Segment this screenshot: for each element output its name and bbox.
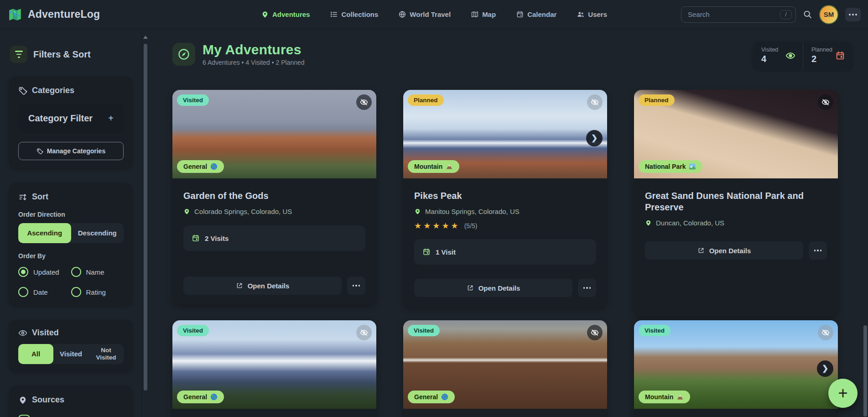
direction-descending[interactable]: Descending — [71, 223, 124, 243]
eye-icon — [785, 51, 795, 61]
add-adventure-button[interactable]: + — [828, 379, 858, 408]
calendar-icon — [516, 10, 524, 18]
open-details-button[interactable]: Open Details — [414, 279, 572, 297]
orderby-date[interactable]: Date — [18, 287, 71, 297]
nav-calendar[interactable]: Calendar — [516, 10, 556, 18]
brand[interactable]: AdventureLog — [7, 7, 100, 22]
nav-map[interactable]: Map — [471, 10, 496, 18]
calendar-icon — [192, 234, 200, 242]
adventure-card[interactable]: Visited General — [172, 320, 376, 417]
direction-ascending[interactable]: Ascending — [18, 223, 71, 243]
adventure-card[interactable]: Visited ❯ Mountain — [634, 320, 838, 417]
nav-users[interactable]: Users — [577, 10, 607, 18]
order-direction-label: Order Direction — [18, 211, 124, 218]
filter-icon — [10, 46, 27, 63]
visited-stat: Visited 4 — [753, 42, 803, 70]
search-shortcut-key: / — [780, 10, 792, 19]
eye-off-icon[interactable] — [356, 94, 372, 110]
nav-adventures[interactable]: Adventures — [261, 10, 310, 18]
status-badge: Visited — [177, 325, 209, 336]
eye-off-icon[interactable] — [356, 325, 372, 340]
globe-emoji-icon — [210, 163, 218, 170]
adventure-location: Duncan, Colorado, US — [645, 219, 827, 227]
category-filter-toggle[interactable]: Category Filter + — [18, 104, 124, 133]
eye-off-icon[interactable] — [587, 94, 603, 110]
adventure-card[interactable]: Visited General — [403, 320, 607, 417]
pin-icon — [414, 208, 421, 215]
next-image-chevron[interactable]: ❯ — [817, 360, 833, 377]
visited-filter-toggle: All Visited Not Visited — [18, 344, 124, 364]
more-options-button[interactable] — [809, 241, 827, 260]
eye-off-icon[interactable] — [587, 325, 603, 340]
scrollbar-up-arrow[interactable] — [143, 36, 148, 39]
planned-count: 2 — [811, 54, 832, 64]
categories-panel: Categories Category Filter + Manage Cate… — [9, 77, 133, 169]
content-shell: Filters & Sort Categories Category Filte… — [0, 29, 868, 417]
tag-icon — [36, 148, 43, 155]
open-details-button[interactable]: Open Details — [183, 276, 342, 295]
include-collection-adventures-checkbox[interactable]: Include Collection Adventures — [18, 415, 124, 417]
eye-off-icon[interactable] — [818, 325, 833, 340]
pin-icon — [18, 396, 27, 405]
manage-categories-button[interactable]: Manage Categories — [18, 142, 124, 160]
pin-icon — [183, 208, 190, 215]
compass-icon — [172, 43, 195, 66]
nav-collections[interactable]: Collections — [330, 10, 379, 18]
more-options-button[interactable] — [578, 279, 596, 297]
nav-world-travel[interactable]: World Travel — [398, 10, 451, 18]
next-image-chevron[interactable]: ❯ — [586, 130, 603, 146]
category-badge: General — [408, 391, 455, 403]
adventure-card-great-sand-dunes[interactable]: Planned National Park Great Sand Dunes N… — [634, 90, 838, 317]
adventure-title[interactable]: Great Sand Dunes National Park and Prese… — [645, 190, 827, 213]
more-options-button[interactable] — [347, 276, 365, 295]
orderby-rating[interactable]: Rating — [71, 287, 124, 297]
adventure-card-garden-of-the-gods[interactable]: Visited General Garden of the Gods — [172, 90, 376, 305]
category-badge: Mountain — [408, 160, 459, 173]
adventure-card-pikes-peak[interactable]: Planned ❯ Mountain Pikes Peak — [403, 90, 607, 307]
page-header: My Adventures 6 Adventures • 4 Visited •… — [172, 42, 852, 70]
sidebar-title: Filters & Sort — [33, 49, 91, 60]
avatar[interactable]: SM — [819, 5, 838, 24]
radio-icon — [71, 267, 81, 277]
adventure-photo: Planned ❯ Mountain — [403, 90, 607, 178]
visits-chip: 2 Visits — [183, 225, 365, 251]
calendar-icon — [422, 248, 431, 256]
adventure-photo: Visited General — [172, 90, 376, 178]
adventure-title[interactable]: Garden of the Gods — [183, 190, 365, 202]
visited-heading: Visited — [18, 328, 124, 338]
calendar-icon — [835, 51, 845, 61]
search-field-wrap: / — [681, 6, 796, 23]
status-badge: Visited — [639, 325, 670, 336]
main-content: My Adventures 6 Adventures • 4 Visited •… — [149, 29, 868, 417]
orderby-name[interactable]: Name — [71, 267, 124, 277]
top-navbar: AdventureLog Adventures Collections Worl… — [0, 0, 868, 29]
more-menu-button[interactable] — [845, 8, 861, 21]
radio-selected-icon — [18, 267, 28, 277]
app-title: AdventureLog — [28, 8, 100, 21]
adventure-location: Manitou Springs, Colorado, US — [414, 208, 596, 215]
status-badge: Visited — [177, 94, 209, 106]
scrollbar-thumb[interactable] — [144, 44, 147, 391]
orderby-updated[interactable]: Updated — [18, 267, 71, 277]
adventure-title[interactable]: Pikes Peak — [414, 190, 596, 202]
map-icon — [471, 10, 478, 18]
eye-off-icon[interactable] — [818, 94, 833, 110]
order-by-label: Order By — [18, 252, 124, 260]
external-link-icon — [697, 247, 705, 254]
rating: ★★★★★ (5/5) — [414, 221, 596, 231]
order-by-options: Updated Name Date Rating — [18, 267, 124, 297]
search-icon[interactable] — [803, 10, 812, 19]
open-details-button[interactable]: Open Details — [645, 241, 803, 260]
visited-panel: Visited All Visited Not Visited — [9, 320, 133, 372]
park-emoji-icon — [689, 163, 696, 170]
page-scrollbar-thumb[interactable] — [863, 325, 867, 417]
visited-all[interactable]: All — [18, 344, 53, 364]
globe-emoji-icon — [210, 393, 218, 401]
sidebar-scrollbar[interactable] — [142, 29, 149, 417]
star-icons: ★★★★★ — [414, 221, 460, 231]
category-badge: Mountain — [639, 391, 690, 403]
visited-not-visited[interactable]: Not Visited — [88, 344, 124, 364]
visited-visited[interactable]: Visited — [53, 344, 88, 364]
tag-icon — [18, 86, 27, 95]
search-input[interactable] — [681, 6, 796, 23]
